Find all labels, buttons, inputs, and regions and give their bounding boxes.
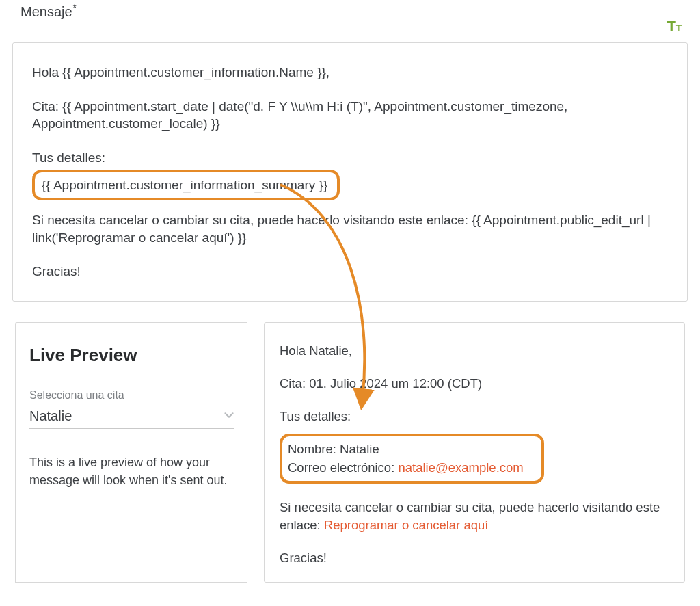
page-root: Mensaje* TT Hola {{ Appointment.customer… <box>0 0 700 606</box>
preview-cita: Cita: 01. Julio 2024 um 12:00 (CDT) <box>280 375 669 393</box>
preview-name-value: Natalie <box>340 442 379 456</box>
preview-thanks: Gracias! <box>280 549 669 567</box>
chevron-down-icon <box>224 410 234 423</box>
lower-section: Live Preview Selecciona una cita Natalie… <box>12 322 688 583</box>
message-editor[interactable]: Hola {{ Appointment.customer_information… <box>12 42 688 302</box>
preview-name-row: Nombre: Natalie <box>288 440 524 459</box>
editor-cancel-text: Si necesita cancelar o cambiar su cita, … <box>32 211 668 246</box>
preview-details-label: Tus detalles: <box>280 408 669 425</box>
preview-name-label: Nombre: <box>288 442 340 456</box>
preview-email-row: Correo electrónico: natalie@example.com <box>288 459 524 477</box>
live-preview-description: This is a live preview of how your messa… <box>29 453 234 489</box>
text-format-icon[interactable]: TT <box>667 4 688 36</box>
editor-label-text: Mensaje <box>21 4 72 19</box>
editor-thanks: Gracias! <box>32 263 668 280</box>
preview-cancel-row: Si necesita cancelar o cambiar su cita, … <box>280 499 669 534</box>
live-preview-panel: Live Preview Selecciona una cita Natalie… <box>15 322 247 583</box>
editor-header: Mensaje* TT <box>12 4 688 36</box>
preview-output-panel: Hola Natalie, Cita: 01. Julio 2024 um 12… <box>264 322 685 583</box>
editor-summary-var: {{ Appointment.customer_information_summ… <box>42 178 327 192</box>
appointment-select-label: Selecciona una cita <box>29 389 234 401</box>
preview-cancel-link[interactable]: Reprogramar o cancelar aquí <box>324 518 489 532</box>
preview-email-label: Correo electrónico: <box>288 460 398 475</box>
appointment-select-value: Natalie <box>29 408 72 424</box>
preview-greeting: Hola Natalie, <box>280 342 669 360</box>
editor-label: Mensaje* <box>21 4 76 20</box>
required-asterisk: * <box>73 2 77 13</box>
preview-email-link[interactable]: natalie@example.com <box>398 460 523 475</box>
editor-summary-highlight: {{ Appointment.customer_information_summ… <box>32 170 340 201</box>
editor-greeting: Hola {{ Appointment.customer_information… <box>32 64 668 81</box>
editor-details-label: Tus detalles: <box>32 149 668 167</box>
editor-cita: Cita: {{ Appointment.start_date | date("… <box>32 98 668 133</box>
live-preview-title: Live Preview <box>29 345 234 366</box>
preview-summary-highlight: Nombre: Natalie Correo electrónico: nata… <box>280 434 544 484</box>
appointment-select[interactable]: Natalie <box>29 408 234 429</box>
